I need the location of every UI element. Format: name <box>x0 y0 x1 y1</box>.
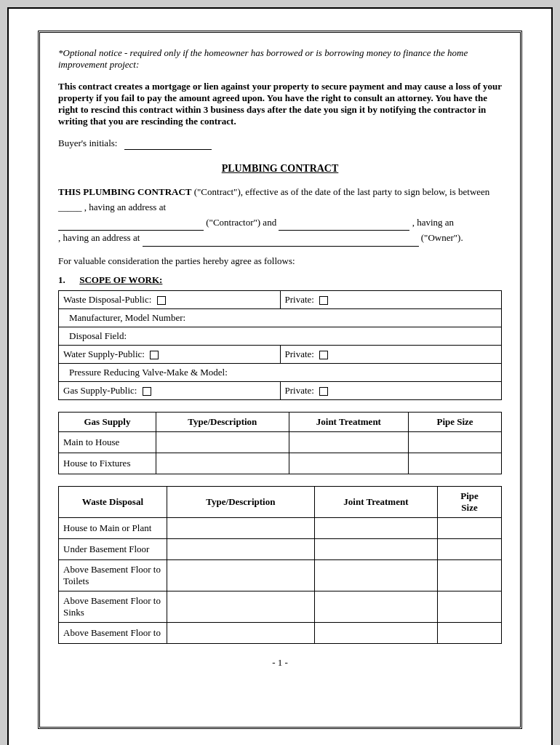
contract-intro-5: ("Owner"). <box>421 232 463 243</box>
waste-disposal-public-checkbox[interactable] <box>157 296 166 305</box>
waste-above-basement-sinks-joint <box>314 591 437 623</box>
gas-main-to-house-label: Main to House <box>59 432 156 453</box>
scope-row-pressure-valve: Pressure Reducing Valve-Make & Model: <box>59 364 502 382</box>
gas-main-to-house-type <box>156 432 289 453</box>
contract-intro-3: ("Contractor") and <box>206 217 276 228</box>
scope-heading-line: 1. SCOPE OF WORK: <box>58 274 502 286</box>
notice-text: *Optional notice - required only if the … <box>58 47 502 71</box>
waste-under-basement-type <box>167 539 314 560</box>
gas-main-to-house-joint <box>289 432 408 453</box>
buyers-initials-label: Buyer's initials: <box>58 138 117 148</box>
waste-row-above-basement-sinks: Above Basement Floor to Sinks <box>59 591 502 623</box>
contract-intro-having: , having an <box>412 217 454 228</box>
waste-row-house-to-main: House to Main or Plant <box>59 518 502 539</box>
section-title: PLUMBING CONTRACT <box>58 163 502 175</box>
gas-house-to-fixtures-type <box>156 453 289 474</box>
gas-supply-table: Gas Supply Type/Description Joint Treatm… <box>58 412 502 474</box>
water-supply-private-checkbox[interactable] <box>319 351 328 359</box>
water-supply-public-checkbox[interactable] <box>150 351 159 359</box>
bold-paragraph: This contract creates a mortgage or lien… <box>58 81 502 127</box>
waste-pipe-size-col-header: PipeSize <box>438 487 502 518</box>
gas-main-to-house-pipe <box>409 432 502 453</box>
waste-house-to-main-joint <box>314 518 437 539</box>
scope-waste-disposal-public: Waste Disposal-Public: <box>59 291 281 309</box>
waste-disposal-table: Waste Disposal Type/Description Joint Tr… <box>58 486 502 644</box>
gas-supply-col-header: Gas Supply <box>59 413 156 432</box>
waste-above-basement-toilets-label: Above Basement Floor to Toilets <box>59 560 167 591</box>
gas-row-main-to-house: Main to House <box>59 432 502 453</box>
waste-above-basement-toilets-pipe <box>438 560 502 591</box>
scope-manufacturer: Manufacturer, Model Number: <box>59 309 502 327</box>
scope-water-supply-public: Water Supply-Public: <box>59 346 281 364</box>
gas-supply-public-checkbox[interactable] <box>143 387 151 396</box>
gas-supply-private-checkbox[interactable] <box>319 387 328 396</box>
contract-intro-4: , having an address at <box>58 232 140 243</box>
gas-supply-header-row: Gas Supply Type/Description Joint Treatm… <box>59 413 502 432</box>
scope-row-water-supply: Water Supply-Public: Private: <box>59 346 502 364</box>
waste-under-basement-pipe <box>438 539 502 560</box>
waste-row-above-basement-other: Above Basement Floor to <box>59 623 502 644</box>
scope-row-gas-supply: Gas Supply-Public: Private: <box>59 382 502 400</box>
scope-label: SCOPE OF WORK: <box>79 274 162 285</box>
page-number: - 1 - <box>58 657 502 669</box>
waste-above-basement-toilets-joint <box>314 560 437 591</box>
pipe-size-col-header: Pipe Size <box>409 413 502 432</box>
waste-under-basement-joint <box>314 539 437 560</box>
waste-above-basement-other-joint <box>314 623 437 644</box>
type-desc-col-header: Type/Description <box>156 413 289 432</box>
waste-disposal-col-header: Waste Disposal <box>59 487 167 518</box>
waste-row-above-basement-toilets: Above Basement Floor to Toilets <box>59 560 502 591</box>
waste-row-under-basement: Under Basement Floor <box>59 539 502 560</box>
scope-row-manufacturer: Manufacturer, Model Number: <box>59 309 502 327</box>
waste-above-basement-other-type <box>167 623 314 644</box>
scope-gas-supply-public: Gas Supply-Public: <box>59 382 281 400</box>
scope-water-supply-private: Private: <box>280 346 502 364</box>
owner-address-line <box>143 231 419 247</box>
waste-above-basement-toilets-type <box>167 560 314 591</box>
gas-row-house-to-fixtures: House to Fixtures <box>59 453 502 474</box>
waste-disposal-private-checkbox[interactable] <box>319 296 328 305</box>
scope-number: 1. <box>58 274 65 285</box>
contract-intro-bold: THIS PLUMBING CONTRACT <box>58 186 191 197</box>
scope-waste-disposal-private: Private: <box>280 291 502 309</box>
owner-name-line <box>279 215 409 231</box>
waste-under-basement-label: Under Basement Floor <box>59 539 167 560</box>
scope-row-waste-disposal: Waste Disposal-Public: Private: <box>59 291 502 309</box>
scope-disposal-field: Disposal Field: <box>59 327 502 346</box>
waste-above-basement-other-pipe <box>438 623 502 644</box>
joint-treatment-col-header: Joint Treatment <box>289 413 408 432</box>
waste-above-basement-sinks-label: Above Basement Floor to Sinks <box>59 591 167 623</box>
waste-above-basement-sinks-type <box>167 591 314 623</box>
waste-above-basement-sinks-pipe <box>438 591 502 623</box>
gas-house-to-fixtures-pipe <box>409 453 502 474</box>
gas-house-to-fixtures-joint <box>289 453 408 474</box>
contractor-address-line <box>58 215 204 231</box>
scope-pressure-valve: Pressure Reducing Valve-Make & Model: <box>59 364 502 382</box>
waste-above-basement-other-label: Above Basement Floor to <box>59 623 167 644</box>
waste-disposal-header-row: Waste Disposal Type/Description Joint Tr… <box>59 487 502 518</box>
scope-row-disposal-field: Disposal Field: <box>59 327 502 346</box>
buyers-initials-line: Buyer's initials: <box>58 138 502 150</box>
outer-border: *Optional notice - required only if the … <box>38 31 522 729</box>
gas-house-to-fixtures-label: House to Fixtures <box>59 453 156 474</box>
waste-house-to-main-label: House to Main or Plant <box>59 518 167 539</box>
contract-intro: THIS PLUMBING CONTRACT ("Contract"), eff… <box>58 185 502 247</box>
waste-type-desc-col-header: Type/Description <box>167 487 314 518</box>
page: *Optional notice - required only if the … <box>7 7 553 745</box>
waste-joint-treatment-col-header: Joint Treatment <box>314 487 437 518</box>
scope-gas-supply-private: Private: <box>280 382 502 400</box>
waste-house-to-main-type <box>167 518 314 539</box>
waste-house-to-main-pipe <box>438 518 502 539</box>
scope-of-work-table: Waste Disposal-Public: Private: Manufact… <box>58 290 502 400</box>
valuable-consideration: For valuable consideration the parties h… <box>58 255 502 267</box>
buyers-initials-underline <box>124 138 212 150</box>
